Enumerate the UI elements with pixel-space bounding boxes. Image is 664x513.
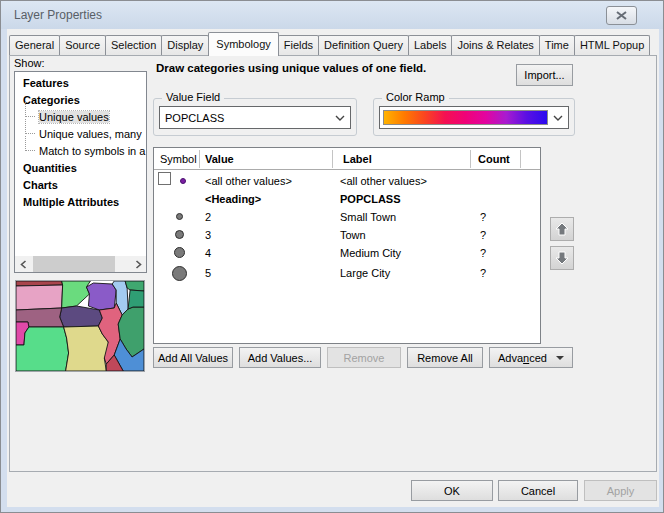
purple-dot-symbol[interactable] bbox=[180, 178, 186, 184]
tab-time[interactable]: Time bbox=[539, 35, 575, 55]
remove-all-button[interactable]: Remove All bbox=[407, 347, 483, 368]
tab-source[interactable]: Source bbox=[59, 35, 106, 55]
row-value: 2 bbox=[205, 208, 211, 226]
move-down-button[interactable] bbox=[550, 246, 574, 270]
add-all-values-button[interactable]: Add All Values bbox=[153, 347, 233, 368]
layer-properties-dialog: Layer Properties General Source Selectio… bbox=[0, 0, 664, 513]
tree-item-charts[interactable]: Charts bbox=[15, 177, 146, 194]
import-button[interactable]: Import... bbox=[516, 64, 573, 86]
row-label: POPCLASS bbox=[340, 190, 401, 208]
titlebar[interactable]: Layer Properties bbox=[1, 1, 663, 29]
graduated-dot-symbol[interactable] bbox=[176, 213, 183, 220]
column-header-label: Label bbox=[343, 151, 372, 167]
color-ramp-gradient bbox=[383, 110, 548, 125]
row-value: <Heading> bbox=[205, 190, 261, 208]
advanced-label: Advanced bbox=[498, 352, 547, 364]
tab-definition-query[interactable]: Definition Query bbox=[318, 35, 409, 55]
tab-labels[interactable]: Labels bbox=[408, 35, 452, 55]
tab-display[interactable]: Display bbox=[161, 35, 209, 55]
color-ramp-label: Color Ramp bbox=[382, 91, 449, 103]
tree-item-multiple-attributes[interactable]: Multiple Attributes bbox=[15, 194, 146, 211]
scrollbar-thumb[interactable] bbox=[33, 256, 115, 272]
symbol-table: Symbol Value Label Count <all other valu… bbox=[153, 147, 541, 344]
tree-branch-line bbox=[25, 102, 35, 117]
tree-item-features[interactable]: Features bbox=[15, 75, 146, 92]
arrow-up-icon bbox=[554, 221, 570, 237]
row-value: 5 bbox=[205, 263, 211, 284]
scroll-right-icon[interactable] bbox=[130, 256, 146, 272]
close-button[interactable] bbox=[606, 6, 637, 25]
close-icon bbox=[616, 11, 627, 20]
row-count: ? bbox=[480, 208, 486, 226]
column-separator bbox=[470, 150, 471, 168]
row-count: ? bbox=[480, 263, 486, 284]
arrow-down-icon bbox=[554, 250, 570, 266]
tree-horizontal-scrollbar[interactable] bbox=[15, 256, 146, 272]
table-row-5[interactable]: 5 Large City ? bbox=[154, 263, 540, 284]
column-header-value: Value bbox=[205, 151, 234, 167]
column-header-symbol: Symbol bbox=[160, 151, 197, 167]
map-preview-image bbox=[16, 281, 144, 371]
all-other-values-checkbox[interactable] bbox=[158, 172, 171, 185]
column-separator bbox=[199, 150, 200, 168]
show-label: Show: bbox=[14, 57, 45, 69]
tree-item-match-to-symbols[interactable]: Match to symbols in a bbox=[15, 143, 146, 160]
graduated-dot-symbol[interactable] bbox=[174, 247, 185, 258]
tab-html-popup[interactable]: HTML Popup bbox=[574, 35, 650, 55]
tab-selection[interactable]: Selection bbox=[105, 35, 162, 55]
chevron-down-icon bbox=[330, 115, 350, 121]
page-title: Draw categories using unique values of o… bbox=[156, 62, 516, 74]
row-label: Town bbox=[340, 226, 366, 244]
tab-joins-relates[interactable]: Joins & Relates bbox=[451, 35, 539, 55]
column-header-count: Count bbox=[478, 151, 510, 167]
window-title: Layer Properties bbox=[14, 8, 102, 22]
table-row-2[interactable]: 2 Small Town ? bbox=[154, 208, 540, 226]
row-label: Medium City bbox=[340, 244, 401, 262]
ok-button[interactable]: OK bbox=[411, 480, 493, 501]
tree-item-quantities[interactable]: Quantities bbox=[15, 160, 146, 177]
remove-button: Remove bbox=[327, 347, 401, 368]
value-field-group: Value Field POPCLASS bbox=[153, 98, 357, 136]
color-ramp-group: Color Ramp bbox=[373, 98, 575, 136]
chevron-down-icon bbox=[548, 115, 568, 121]
dropdown-arrow-icon bbox=[556, 356, 564, 360]
tree-branch-line bbox=[25, 119, 35, 134]
row-value: 4 bbox=[205, 244, 211, 262]
value-field-dropdown[interactable]: POPCLASS bbox=[159, 106, 351, 129]
add-values-button[interactable]: Add Values... bbox=[239, 347, 321, 368]
table-row-4[interactable]: 4 Medium City ? bbox=[154, 244, 540, 262]
tab-bar: General Source Selection Display Symbolo… bbox=[9, 32, 649, 56]
tab-fields[interactable]: Fields bbox=[278, 35, 319, 55]
header-divider bbox=[154, 169, 540, 170]
cancel-button[interactable]: Cancel bbox=[498, 480, 578, 501]
table-row-3[interactable]: 3 Town ? bbox=[154, 226, 540, 244]
row-count: ? bbox=[480, 226, 486, 244]
apply-button: Apply bbox=[584, 480, 657, 501]
show-tree: Features Categories Unique values Unique… bbox=[14, 71, 147, 273]
scroll-left-icon[interactable] bbox=[15, 256, 31, 272]
row-label: Large City bbox=[340, 263, 390, 284]
tab-symbology[interactable]: Symbology bbox=[208, 32, 278, 56]
row-label: <all other values> bbox=[340, 172, 427, 190]
row-value: 3 bbox=[205, 226, 211, 244]
column-separator bbox=[520, 150, 521, 168]
tree-branch-line bbox=[25, 136, 35, 151]
row-label: Small Town bbox=[340, 208, 396, 226]
tab-general[interactable]: General bbox=[9, 35, 60, 55]
graduated-dot-symbol[interactable] bbox=[172, 266, 187, 281]
table-row-heading[interactable]: <Heading> POPCLASS bbox=[154, 190, 540, 208]
value-field-value: POPCLASS bbox=[160, 112, 330, 124]
color-ramp-dropdown[interactable] bbox=[379, 106, 569, 129]
row-count: ? bbox=[480, 244, 486, 262]
table-row-all-other-values[interactable]: <all other values> <all other values> bbox=[154, 172, 540, 190]
move-up-button[interactable] bbox=[550, 217, 574, 241]
advanced-button[interactable]: Advanced bbox=[489, 347, 573, 368]
map-preview bbox=[15, 280, 145, 372]
graduated-dot-symbol[interactable] bbox=[175, 230, 184, 239]
row-value: <all other values> bbox=[205, 172, 292, 190]
value-field-label: Value Field bbox=[162, 91, 224, 103]
column-separator bbox=[332, 150, 333, 168]
